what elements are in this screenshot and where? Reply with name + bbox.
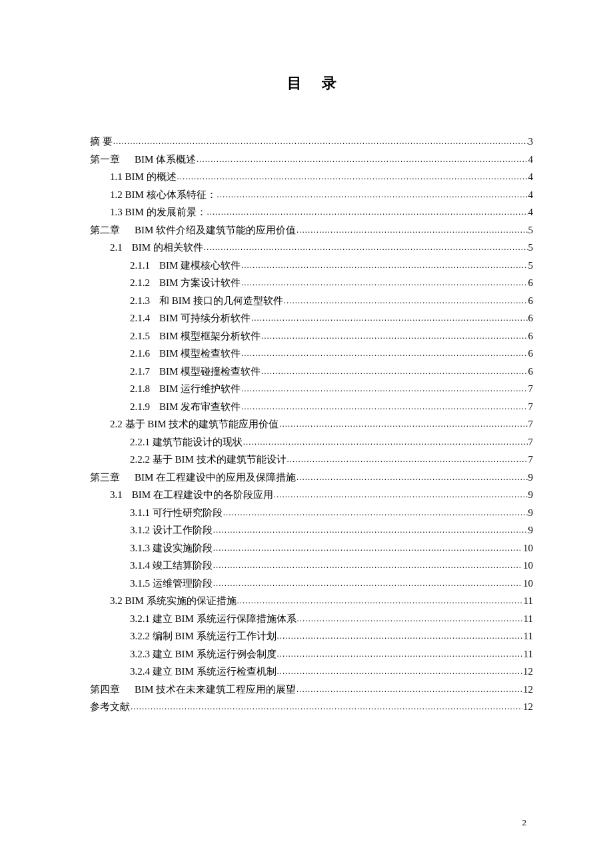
toc-entry: 2.1.6BIM 模型检查软件6 <box>90 345 533 363</box>
toc-entry-label: 3.2.2 编制 BIM 系统运行工作计划 <box>130 628 277 645</box>
toc-entry-page: 6 <box>528 275 534 292</box>
toc-entry-label: 第二章BIM 软件介绍及建筑节能的应用价值 <box>90 222 296 239</box>
toc-entry-label: 第四章BIM 技术在未来建筑工程应用的展望 <box>90 681 296 699</box>
toc-entry-label: 2.1.1BIM 建模核心软件 <box>130 257 241 275</box>
toc-entry-label: 3.2.3 建立 BIM 系统运行例会制度 <box>130 646 277 663</box>
toc-entry-label: 2.2 基于 BIM 技术的建筑节能应用价值 <box>110 416 279 433</box>
toc-leader-dots <box>204 239 528 257</box>
toc-entry: 摘 要3 <box>90 133 533 151</box>
toc-entry-page: 9 <box>528 522 534 539</box>
toc-leader-dots <box>213 557 522 575</box>
toc-leader-dots <box>241 381 527 398</box>
toc-leader-dots <box>213 575 522 593</box>
toc-entry-label: 1.2 BIM 核心体系特征： <box>110 187 217 204</box>
toc-leader-dots <box>213 522 528 539</box>
toc-entry-page: 9 <box>528 505 534 522</box>
toc-entry: 3.1.3 建设实施阶段10 <box>90 540 533 557</box>
toc-entry-page: 10 <box>523 557 533 575</box>
toc-entry-page: 10 <box>523 575 533 593</box>
toc-entry: 3.2.3 建立 BIM 系统运行例会制度11 <box>90 646 533 663</box>
toc-entry-page: 11 <box>524 628 533 645</box>
toc-entry-page: 7 <box>528 416 534 433</box>
toc-entry: 3.2.1 建立 BIM 系统运行保障措施体系11 <box>90 611 533 628</box>
toc-entry-page: 4 <box>528 204 534 221</box>
toc-entry-label: 2.2.1 建筑节能设计的现状 <box>130 434 243 451</box>
table-of-contents: 摘 要3第一章BIM 体系概述41.1 BIM 的概述41.2 BIM 核心体系… <box>90 133 533 716</box>
toc-entry-page: 6 <box>528 293 534 310</box>
toc-entry-page: 5 <box>528 257 534 275</box>
toc-leader-dots <box>277 646 523 663</box>
toc-entry-page: 7 <box>528 451 534 469</box>
toc-entry-label: 2.1.4BIM 可持续分析软件 <box>130 310 251 327</box>
toc-leader-dots <box>237 593 523 610</box>
toc-entry-page: 6 <box>528 310 534 327</box>
toc-entry-page: 11 <box>524 611 533 628</box>
toc-leader-dots <box>241 257 527 275</box>
toc-entry: 2.1.1BIM 建模核心软件5 <box>90 257 533 275</box>
toc-entry-label: 第一章BIM 体系概述 <box>90 151 196 169</box>
toc-title: 目录 <box>90 73 533 93</box>
toc-entry-label: 2.1.8BIM 运行维护软件 <box>130 381 241 398</box>
toc-entry: 参考文献12 <box>90 699 533 716</box>
toc-entry-page: 7 <box>528 434 534 451</box>
toc-entry: 2.1.2BIM 方案设计软件6 <box>90 275 533 292</box>
toc-entry-label: 2.1BIM 的相关软件 <box>110 239 203 257</box>
toc-leader-dots <box>241 345 527 363</box>
toc-entry-label: 2.1.6BIM 模型检查软件 <box>130 345 241 363</box>
toc-entry: 3.1.4 竣工结算阶段10 <box>90 557 533 575</box>
toc-entry-page: 6 <box>528 328 534 345</box>
toc-entry: 第一章BIM 体系概述4 <box>90 151 533 169</box>
toc-entry: 2.1.4BIM 可持续分析软件6 <box>90 310 533 327</box>
toc-entry-label: 3.2.1 建立 BIM 系统运行保障措施体系 <box>130 611 297 628</box>
toc-entry-page: 11 <box>524 593 533 610</box>
toc-leader-dots <box>213 540 522 557</box>
toc-entry-label: 3.1.5 运维管理阶段 <box>130 575 213 593</box>
toc-entry-label: 2.1.3和 BIM 接口的几何造型软件 <box>130 293 283 310</box>
toc-entry: 1.1 BIM 的概述4 <box>90 169 533 186</box>
toc-entry-page: 5 <box>528 222 534 239</box>
toc-entry: 1.2 BIM 核心体系特征：4 <box>90 187 533 204</box>
toc-leader-dots <box>243 434 528 451</box>
toc-entry: 第四章BIM 技术在未来建筑工程应用的展望12 <box>90 681 533 699</box>
toc-entry-page: 6 <box>528 345 534 363</box>
toc-entry-label: 3.2 BIM 系统实施的保证措施 <box>110 593 237 610</box>
toc-entry-label: 参考文献 <box>90 699 130 716</box>
toc-entry-label: 3.1.3 建设实施阶段 <box>130 540 213 557</box>
toc-entry-page: 12 <box>523 663 533 681</box>
toc-entry-label: 2.1.5BIM 模型框架分析软件 <box>130 328 261 345</box>
toc-entry-label: 3.1.1 可行性研究阶段 <box>130 505 223 522</box>
toc-leader-dots <box>274 487 528 504</box>
toc-entry: 第三章BIM 在工程建设中的应用及保障措施9 <box>90 469 533 487</box>
toc-entry-page: 6 <box>528 363 534 381</box>
toc-entry-label: 1.1 BIM 的概述 <box>110 169 177 186</box>
toc-entry-page: 9 <box>528 487 534 504</box>
toc-entry-label: 第三章BIM 在工程建设中的应用及保障措施 <box>90 469 296 487</box>
toc-entry: 3.2.2 编制 BIM 系统运行工作计划11 <box>90 628 533 645</box>
toc-leader-dots <box>284 293 528 310</box>
toc-entry-page: 3 <box>528 133 534 151</box>
toc-entry: 3.1.1 可行性研究阶段9 <box>90 505 533 522</box>
toc-entry-page: 4 <box>528 169 534 186</box>
toc-entry-label: 1.3 BIM 的发展前景： <box>110 204 207 221</box>
toc-entry: 2.1.8BIM 运行维护软件7 <box>90 381 533 398</box>
toc-leader-dots <box>261 363 527 381</box>
toc-leader-dots <box>297 681 522 699</box>
toc-entry-page: 12 <box>523 681 533 699</box>
toc-leader-dots <box>177 169 528 186</box>
toc-leader-dots <box>217 187 528 204</box>
toc-leader-dots <box>287 451 528 469</box>
toc-entry: 2.1.9BIM 发布审查软件7 <box>90 399 533 416</box>
toc-leader-dots <box>297 222 527 239</box>
toc-entry: 3.2.4 建立 BIM 系统运行检查机制12 <box>90 663 533 681</box>
toc-leader-dots <box>277 628 523 645</box>
toc-entry: 2.2.1 建筑节能设计的现状7 <box>90 434 533 451</box>
toc-entry-label: 3.1BIM 在工程建设中的各阶段应用 <box>110 487 273 504</box>
toc-entry-page: 9 <box>528 469 534 487</box>
toc-entry-label: 3.2.4 建立 BIM 系统运行检查机制 <box>130 663 277 681</box>
toc-entry-page: 10 <box>523 540 533 557</box>
toc-leader-dots <box>131 699 522 716</box>
toc-entry-page: 7 <box>528 399 534 416</box>
toc-entry: 2.2 基于 BIM 技术的建筑节能应用价值7 <box>90 416 533 433</box>
toc-leader-dots <box>241 275 527 292</box>
toc-entry-label: 2.2.2 基于 BIM 技术的建筑节能设计 <box>130 451 287 469</box>
